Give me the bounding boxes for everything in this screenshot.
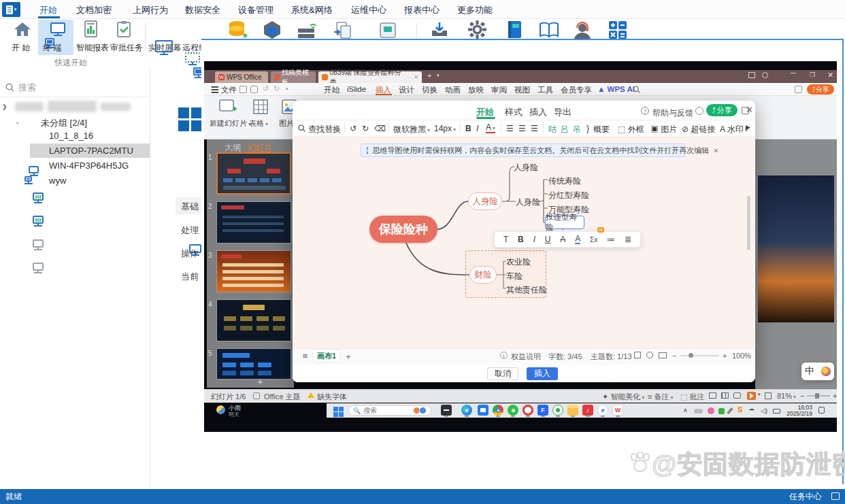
- task-center-button[interactable]: 任务中心: [789, 491, 822, 503]
- align-right-icon[interactable]: ☰: [531, 124, 538, 133]
- calculator-icon[interactable]: [608, 20, 627, 39]
- log-panel-icon[interactable]: [831, 492, 840, 500]
- quickbar-chevron[interactable]: ▾: [286, 86, 288, 92]
- mindmap-node[interactable]: 分红型寿险: [548, 190, 589, 201]
- theme-label[interactable]: Office 主题: [264, 392, 301, 402]
- help-feedback-label[interactable]: 帮助与反馈: [652, 107, 693, 119]
- fullscreen-icon[interactable]: [765, 392, 772, 399]
- minimap-icon[interactable]: [659, 352, 667, 358]
- wps-tab-view[interactable]: 视图: [514, 85, 530, 95]
- terminal-button-label[interactable]: 终 端: [43, 42, 61, 54]
- italic-button[interactable]: I: [533, 235, 535, 244]
- menu-tab-web-behavior[interactable]: 上网行为: [133, 4, 168, 16]
- efficiency-icon[interactable]: [795, 86, 802, 93]
- toolbar-more-arrow[interactable]: ▶: [746, 124, 750, 131]
- wps-tab-member[interactable]: 会员专享: [561, 85, 592, 95]
- dialog-share-button[interactable]: ⤴分享: [706, 104, 738, 116]
- mindmap-node-editing[interactable]: 投连型寿险: [545, 216, 584, 229]
- canvas-tab[interactable]: 画布1: [313, 350, 340, 362]
- normal-view-icon[interactable]: [709, 392, 716, 399]
- fit-screen-icon[interactable]: [634, 352, 641, 358]
- minimize-button[interactable]: ─: [791, 69, 796, 77]
- taskbar-green-app[interactable]: [508, 405, 518, 416]
- tree-item-device-selected[interactable]: LAPTOP-7PAC2MTU: [49, 146, 133, 156]
- taskbar-store[interactable]: [478, 405, 488, 416]
- tray-notification-icon[interactable]: [818, 407, 825, 414]
- remote-maint-icon[interactable]: [185, 52, 200, 63]
- wps-doc-tab-1[interactable]: 找稿类模板: [271, 71, 316, 83]
- port-device-icon[interactable]: [378, 22, 397, 39]
- tray-cloud-icon[interactable]: [694, 409, 703, 414]
- sorter-view-icon[interactable]: [721, 392, 729, 399]
- new-slide-label[interactable]: 新建幻灯片: [210, 118, 251, 129]
- zoom-slider-thumb[interactable]: [689, 353, 693, 358]
- taskbar-wps[interactable]: W: [612, 405, 623, 416]
- dialog-tab-export[interactable]: 导出: [554, 106, 571, 118]
- insert-button[interactable]: 插入: [527, 367, 558, 380]
- approval-task-icon[interactable]: [116, 20, 132, 38]
- wps-tab-home[interactable]: 开始: [324, 85, 339, 95]
- notes-button[interactable]: ≡ 备注: [648, 392, 674, 402]
- tree-item-device[interactable]: WIN-4FP3P64H5JG: [49, 161, 129, 171]
- restore-button[interactable]: ❐: [810, 71, 815, 78]
- wps-ai-button[interactable]: ▲ WPS AI: [597, 85, 635, 93]
- taskbar-feishu[interactable]: F: [537, 405, 548, 416]
- menu-tab-device-mgmt[interactable]: 设备管理: [238, 4, 274, 16]
- tray-sougou-icon[interactable]: S: [738, 405, 742, 414]
- wps-doc-tab-active[interactable]: 0839期 保险业务险种分类。✕: [318, 71, 422, 83]
- mindmap-node[interactable]: 农业险: [506, 256, 531, 268]
- taskbar-search[interactable]: 🔍 搜索: [348, 405, 431, 416]
- side-menu-operate[interactable]: 操作: [181, 248, 199, 260]
- group-collapse-chevron[interactable]: ⌄: [15, 118, 20, 125]
- tray-wifi-icon[interactable]: [748, 409, 755, 416]
- smart-beautify-button[interactable]: ✦ 智能美化: [602, 392, 644, 402]
- server-icon[interactable]: [297, 20, 317, 39]
- align-left-icon[interactable]: ☰: [506, 124, 514, 133]
- tray-expand-caret[interactable]: ∧: [683, 407, 688, 414]
- feedback-icon[interactable]: [695, 107, 703, 115]
- taskbar-green-app2[interactable]: [552, 405, 563, 416]
- help-icon[interactable]: ?: [641, 107, 649, 115]
- reading-view-icon[interactable]: [733, 392, 741, 399]
- wps-zoom-level[interactable]: 81%: [777, 392, 796, 400]
- taskbar-explorer[interactable]: [567, 405, 578, 416]
- outline-button[interactable]: 概要: [593, 124, 610, 135]
- slide-thumbnail-2[interactable]: [216, 201, 291, 243]
- home-icon[interactable]: [13, 21, 32, 37]
- menu-tab-sys-network[interactable]: 系统&网络: [291, 4, 333, 16]
- layout-icon[interactable]: [748, 72, 755, 78]
- zoom-slider-track[interactable]: [680, 355, 718, 356]
- tray-volume-icon[interactable]: ◁): [761, 407, 767, 414]
- side-menu-process[interactable]: 处理: [181, 224, 199, 237]
- taskbar-chrome[interactable]: [493, 405, 503, 416]
- mindmap-node[interactable]: 其他责任险: [506, 284, 547, 296]
- font-color-button[interactable]: A: [486, 124, 495, 133]
- open-book-icon[interactable]: [539, 22, 559, 38]
- add-canvas-button[interactable]: +: [346, 352, 351, 362]
- wps-share-button[interactable]: ⤴ 分享: [807, 84, 834, 95]
- wps-tab-animation[interactable]: 动画: [445, 85, 461, 95]
- print-icon[interactable]: [250, 86, 258, 93]
- taskbar-app-dark[interactable]: [441, 405, 452, 416]
- menu-tab-data-security[interactable]: 数据安全: [185, 4, 220, 16]
- wps-tab-islide[interactable]: iSlide: [347, 85, 366, 93]
- font-select[interactable]: 微软雅黑: [393, 124, 430, 135]
- wps-zoom-thumb[interactable]: [815, 393, 819, 399]
- gear-icon[interactable]: [468, 20, 486, 39]
- smart-report-icon[interactable]: [83, 20, 99, 38]
- table-icon[interactable]: [253, 99, 268, 114]
- mindmap-node[interactable]: 车险: [506, 271, 523, 282]
- taskbar-music-app[interactable]: ♪: [582, 405, 593, 416]
- dialog-tab-insert[interactable]: 插入: [529, 106, 547, 118]
- tray-person-icon[interactable]: [708, 407, 714, 414]
- undo-icon[interactable]: ↺: [350, 124, 357, 133]
- cancel-button[interactable]: 取消: [487, 367, 518, 380]
- save-icon[interactable]: [239, 86, 247, 93]
- wps-tab-transition[interactable]: 切换: [422, 85, 437, 95]
- table-label[interactable]: 表格: [249, 118, 268, 129]
- notebook-icon[interactable]: [506, 20, 523, 39]
- taskbar-ie[interactable]: e: [597, 405, 608, 416]
- approval-task-label[interactable]: 审批任务: [110, 42, 143, 54]
- mindmap-node[interactable]: 人身险: [516, 197, 540, 208]
- database-icon[interactable]: ✳: [227, 20, 248, 39]
